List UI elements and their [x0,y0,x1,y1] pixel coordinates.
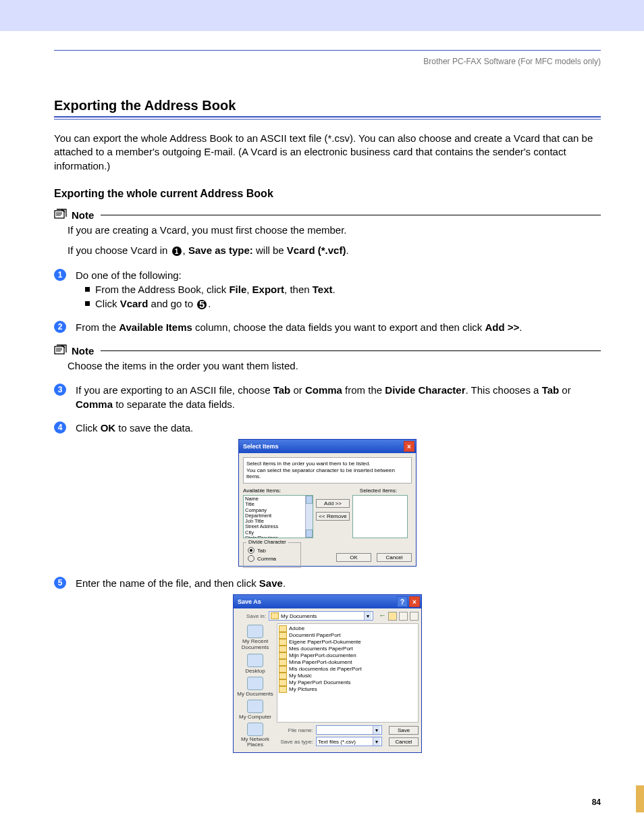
available-items-listbox[interactable]: Name Title Company Department Job Title … [243,495,313,538]
step3-text: If you are exporting to an ASCII file, c… [76,383,601,411]
page-number: 84 [592,798,601,807]
step-bullet-4: 4 [54,421,66,434]
svg-rect-0 [55,211,64,218]
step-3: 3 If you are exporting to an ASCII file,… [54,383,601,411]
dialog1-title: Select Items [243,443,279,450]
note2-text: Choose the items in the order you want t… [68,359,601,374]
step-1: 1 Do one of the following: From the Addr… [54,268,601,311]
radio-comma[interactable]: Comma [248,555,296,562]
step1-option-b: Click Vcard and go to 5. [85,296,336,311]
note-icon [54,344,68,359]
new-folder-icon[interactable] [399,612,408,621]
save-in-combo[interactable]: My Documents ▾ [269,611,373,621]
view-menu-icon[interactable] [410,612,419,621]
step-bullet-5: 5 [54,577,66,589]
page-top-band [0,0,644,31]
step4-text: Click OK to save the data. [76,421,193,435]
note1-line1: If you are creating a Vcard, you must fi… [68,223,601,238]
save-button[interactable]: Save [389,726,419,735]
cancel-button[interactable]: Cancel [377,553,412,562]
chapter-tab [636,785,644,812]
chevron-down-icon[interactable]: ▾ [373,726,380,734]
ref-step-5-icon: 5 [197,300,207,309]
step-bullet-3: 3 [54,384,66,396]
subheading: Exporting the whole current Address Book [54,188,601,200]
place-recent[interactable]: My Recent Documents [236,625,274,651]
step-4: 4 Click OK to save the data. [54,421,601,435]
dialog1-info: Select items in the order you want them … [243,457,412,484]
cancel-button[interactable]: Cancel [389,737,419,746]
filename-input[interactable]: ▾ [316,725,382,735]
filename-label: File name: [277,727,313,733]
remove-button[interactable]: << Remove [316,512,350,521]
note-label: Note [72,209,94,221]
note-block-2: Note Choose the items in the order you w… [54,344,601,374]
available-items-label: Available Items: [243,488,281,494]
step2-text: From the Available Items column, choose … [76,320,522,334]
step-2: 2 From the Available Items column, choos… [54,320,601,334]
close-icon[interactable]: × [409,596,420,607]
place-mycomputer[interactable]: My Computer [239,700,271,720]
note1-line2: If you choose Vcard in 1, Save as type: … [68,243,601,259]
back-icon[interactable]: ← [379,612,386,621]
select-items-dialog: Select Items × Select items in the order… [238,439,417,567]
selected-items-label: Selected Items: [360,488,397,494]
ok-button[interactable]: OK [336,553,371,562]
step5-text: Enter the name of the file, and then cli… [76,576,286,590]
svg-rect-1 [55,346,64,354]
dialog2-title: Save As [238,598,261,605]
scrollbar[interactable] [305,496,313,538]
close-icon[interactable]: × [404,441,414,452]
help-icon[interactable]: ? [397,596,408,607]
step1-option-a: From the Address Book, click File, Expor… [85,282,336,296]
step-5: 5 Enter the name of the file, and then c… [54,576,601,590]
radio-tab[interactable]: Tab [248,547,296,554]
chevron-down-icon[interactable]: ▾ [364,612,371,620]
divide-character-group: Divide Character Tab Comma [243,542,301,568]
square-bullet-icon [85,287,90,292]
running-header: Brother PC-FAX Software (For MFC models … [423,57,601,66]
note-icon [54,208,68,223]
save-as-dialog: Save As ? × Save in: My Documents ▾ [233,594,422,753]
place-desktop[interactable]: Desktop [245,654,265,674]
page-top-rule [54,50,601,51]
file-list[interactable]: Adobe Documenti PaperPort Eigene PaperPo… [277,623,419,723]
note-block-1: Note If you are creating a Vcard, you mu… [54,208,601,259]
selected-items-listbox[interactable] [352,495,408,538]
save-in-label: Save in: [236,613,266,619]
scroll-up-icon[interactable] [306,496,313,504]
section-title: Exporting the Address Book [54,98,601,113]
note-label: Note [72,345,94,357]
chevron-down-icon[interactable]: ▾ [373,737,380,746]
savetype-label: Save as type: [277,739,313,745]
ref-step-1-icon: 1 [172,246,182,256]
section-rule [54,116,601,120]
savetype-combo[interactable]: Text files (*.csv) ▾ [316,737,382,746]
step1-intro: Do one of the following: [76,268,336,282]
square-bullet-icon [85,301,90,306]
folder-icon [271,613,279,619]
intro-paragraph: You can export the whole Address Book to… [54,132,601,173]
step-bullet-2: 2 [54,321,66,333]
up-folder-icon[interactable] [388,612,397,621]
step-bullet-1: 1 [54,269,66,281]
scroll-down-icon[interactable] [306,529,313,538]
place-network[interactable]: My Network Places [236,723,274,749]
add-button[interactable]: Add >> [316,499,350,508]
place-mydocs[interactable]: My Documents [237,677,273,697]
